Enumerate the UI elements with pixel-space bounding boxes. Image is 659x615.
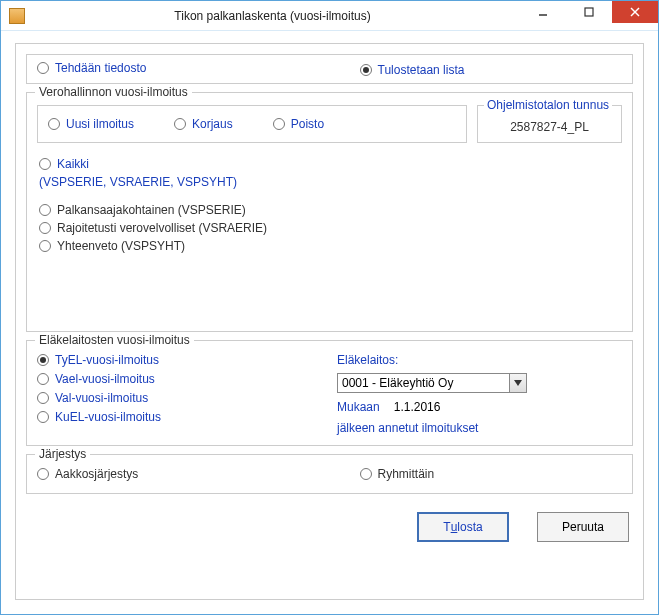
radio-dot	[37, 392, 49, 404]
mukaan-after: jälkeen annetut ilmoitukset	[337, 421, 622, 435]
client-area: Tehdään tiedosto Tulostetaan lista Veroh…	[1, 31, 658, 614]
elake-groupbox: Eläkelaitosten vuosi-ilmoitus TyEL-vuosi…	[26, 340, 633, 446]
radio-dot	[37, 62, 49, 74]
btn-post: losta	[457, 520, 482, 534]
elake-row: TyEL-vuosi-ilmoitus Vael-vuosi-ilmoitus …	[37, 353, 622, 435]
jarjestys-legend: Järjestys	[35, 447, 90, 461]
radio-dot	[37, 468, 49, 480]
radio-label: Kaikki	[57, 157, 89, 171]
radio-label: Korjaus	[192, 117, 233, 131]
jarjestys-row: Aakkosjärjestys Ryhmittäin	[37, 467, 622, 483]
radio-dot	[273, 118, 285, 130]
kaikki-sub: (VSPSERIE, VSRAERIE, VSPSYHT)	[39, 175, 622, 189]
radio-label: TyEL-vuosi-ilmoitus	[55, 353, 159, 367]
main-panel: Tehdään tiedosto Tulostetaan lista Veroh…	[15, 43, 644, 600]
radio-uusi[interactable]: Uusi ilmoitus	[48, 114, 134, 134]
radio-label: Aakkosjärjestys	[55, 467, 138, 481]
button-row: Tulosta Peruuta	[26, 512, 633, 542]
radio-tyel[interactable]: TyEL-vuosi-ilmoitus	[37, 353, 317, 367]
radio-make-file[interactable]: Tehdään tiedosto	[37, 61, 146, 75]
radio-dot	[360, 468, 372, 480]
radio-dot	[39, 222, 51, 234]
close-button[interactable]	[612, 1, 658, 23]
radio-yhteenveto[interactable]: Yhteenveto (VSPSYHT)	[39, 239, 622, 253]
radio-label: Rajoitetusti verovelvolliset (VSRAERIE)	[57, 221, 267, 235]
ohjelmisto-value: 2587827-4_PL	[510, 120, 589, 134]
titlebar-buttons	[520, 1, 658, 30]
radio-ryhm[interactable]: Ryhmittäin	[360, 467, 435, 481]
elakelaitos-label: Eläkelaitos:	[337, 353, 622, 367]
output-mode-row: Tehdään tiedosto Tulostetaan lista	[26, 54, 633, 84]
radio-label: Palkansaajakohtainen (VSPSERIE)	[57, 203, 246, 217]
radio-korjaus[interactable]: Korjaus	[174, 114, 233, 134]
elakelaitos-select[interactable]: 0001 - Eläkeyhtiö Oy	[337, 373, 527, 393]
radio-dot	[360, 64, 372, 76]
vero-groupbox: Verohallinnon vuosi-ilmoitus Uusi ilmoit…	[26, 92, 633, 332]
chevron-down-icon	[509, 374, 526, 392]
mukaan-value[interactable]: 1.1.2016	[390, 399, 510, 415]
minimize-button[interactable]	[520, 1, 566, 23]
radio-dot	[39, 240, 51, 252]
ohjelmisto-legend: Ohjelmistotalon tunnus	[484, 98, 612, 112]
jarjestys-groupbox: Järjestys Aakkosjärjestys Ryhmittäin	[26, 454, 633, 494]
vero-top-row: Uusi ilmoitus Korjaus Poisto Ohjelmistot…	[37, 105, 622, 143]
window-title: Tikon palkanlaskenta (vuosi-ilmoitus)	[25, 9, 520, 23]
radio-label: Tulostetaan lista	[378, 63, 465, 77]
radio-dot	[39, 158, 51, 170]
radio-label: Tehdään tiedosto	[55, 61, 146, 75]
radio-dot	[174, 118, 186, 130]
radio-label: Uusi ilmoitus	[66, 117, 134, 131]
radio-dot	[37, 354, 49, 366]
btn-mnemonic: u	[451, 520, 458, 534]
radio-print-list[interactable]: Tulostetaan lista	[360, 63, 465, 77]
radio-dot	[39, 204, 51, 216]
ohjelmisto-box: Ohjelmistotalon tunnus 2587827-4_PL	[477, 105, 622, 143]
radio-poisto[interactable]: Poisto	[273, 114, 324, 134]
radio-rajoitetut[interactable]: Rajoitetusti verovelvolliset (VSRAERIE)	[39, 221, 622, 235]
radio-kuel[interactable]: KuEL-vuosi-ilmoitus	[37, 410, 317, 424]
radio-label: Poisto	[291, 117, 324, 131]
svg-rect-1	[585, 8, 593, 16]
select-value: 0001 - Eläkeyhtiö Oy	[338, 376, 509, 390]
elake-left: TyEL-vuosi-ilmoitus Vael-vuosi-ilmoitus …	[37, 353, 317, 435]
radio-kaikki[interactable]: Kaikki	[39, 157, 622, 171]
radio-dot	[48, 118, 60, 130]
app-icon	[9, 8, 25, 24]
radio-val[interactable]: Val-vuosi-ilmoitus	[37, 391, 317, 405]
radio-dot	[37, 373, 49, 385]
radio-label: Val-vuosi-ilmoitus	[55, 391, 148, 405]
vero-type-box: Uusi ilmoitus Korjaus Poisto	[37, 105, 467, 143]
print-button[interactable]: Tulosta	[417, 512, 509, 542]
elake-right: Eläkelaitos: 0001 - Eläkeyhtiö Oy Mukaan…	[337, 353, 622, 435]
btn-label: Peruuta	[562, 520, 604, 534]
radio-label: KuEL-vuosi-ilmoitus	[55, 410, 161, 424]
cancel-button[interactable]: Peruuta	[537, 512, 629, 542]
window-frame: Tikon palkanlaskenta (vuosi-ilmoitus) Te…	[0, 0, 659, 615]
mukaan-label: Mukaan	[337, 400, 380, 414]
radio-label: Vael-vuosi-ilmoitus	[55, 372, 155, 386]
mukaan-row: Mukaan 1.1.2016	[337, 399, 622, 415]
radio-vael[interactable]: Vael-vuosi-ilmoitus	[37, 372, 317, 386]
svg-marker-4	[514, 380, 522, 386]
vero-options: Kaikki (VSPSERIE, VSRAERIE, VSPSYHT) Pal…	[37, 157, 622, 253]
radio-dot	[37, 411, 49, 423]
radio-palkansaaja[interactable]: Palkansaajakohtainen (VSPSERIE)	[39, 203, 622, 217]
vero-legend: Verohallinnon vuosi-ilmoitus	[35, 85, 192, 99]
radio-aakkos[interactable]: Aakkosjärjestys	[37, 467, 138, 481]
btn-pre: T	[443, 520, 450, 534]
radio-label: Ryhmittäin	[378, 467, 435, 481]
titlebar: Tikon palkanlaskenta (vuosi-ilmoitus)	[1, 1, 658, 31]
maximize-button[interactable]	[566, 1, 612, 23]
radio-label: Yhteenveto (VSPSYHT)	[57, 239, 185, 253]
elake-legend: Eläkelaitosten vuosi-ilmoitus	[35, 333, 194, 347]
